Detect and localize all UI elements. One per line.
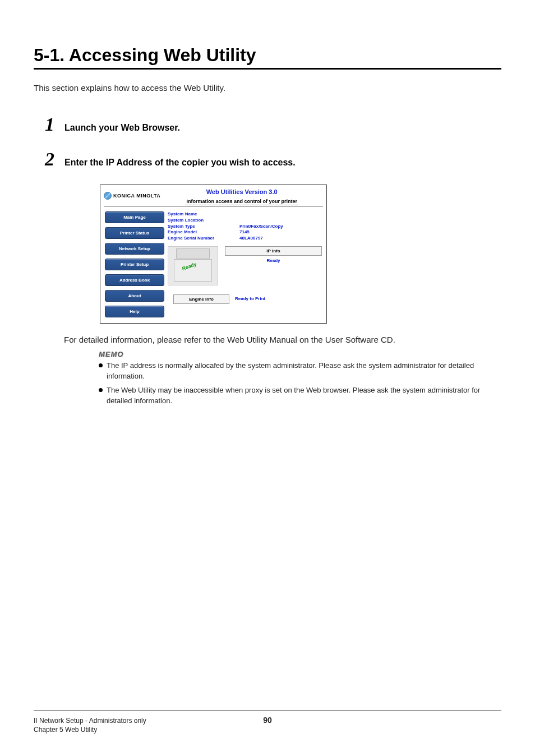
- step-text: Launch your Web Browser.: [64, 123, 180, 133]
- engine-info-value: Ready to Print: [235, 294, 265, 304]
- ip-info-button[interactable]: IP Info: [225, 246, 322, 256]
- engine-info-button[interactable]: Engine Info: [173, 294, 229, 304]
- sidebar-printer-status[interactable]: Printer Status: [105, 227, 164, 239]
- step-text: Enter the IP Address of the copier you w…: [64, 158, 296, 168]
- embedded-screenshot: KONICA MINOLTA Web Utilities Version 3.0…: [100, 185, 501, 324]
- footer-rule: [34, 711, 501, 711]
- page-footer: II Network Setup - Administrators only 9…: [34, 711, 501, 734]
- screenshot-header: KONICA MINOLTA Web Utilities Version 3.0…: [104, 188, 323, 207]
- memo-label: MEMO: [99, 350, 501, 358]
- info-label: System Location: [168, 218, 239, 224]
- info-value: Print/Fax/Scan/Copy: [239, 224, 283, 230]
- info-label: Engine Model: [168, 229, 239, 236]
- heading-rule: [34, 68, 501, 70]
- sidebar-about[interactable]: About: [105, 290, 164, 302]
- ready-status: Ready: [225, 258, 322, 263]
- step-1: 1 Launch your Web Browser.: [45, 115, 501, 134]
- sidebar-main-page[interactable]: Main Page: [105, 211, 164, 223]
- memo-item: The Web Utility may be inaccessible when…: [99, 385, 501, 407]
- info-row: System Location: [168, 218, 322, 224]
- intro-text: This section explains how to access the …: [34, 83, 501, 93]
- page-number: 90: [263, 716, 272, 725]
- info-label: System Name: [168, 211, 239, 218]
- step-number: 2: [45, 150, 54, 169]
- memo-list: The IP address is normally allocafed by …: [99, 361, 501, 406]
- info-row: Engine Model 7145: [168, 229, 322, 236]
- footer-section: II Network Setup - Administrators only: [34, 717, 263, 725]
- info-value: 40LA00797: [239, 236, 263, 242]
- memo-item: The IP address is normally allocafed by …: [99, 361, 501, 382]
- step-number: 1: [45, 115, 54, 134]
- sidebar: Main Page Printer Status Network Setup P…: [104, 209, 167, 320]
- detail-info-text: For detailed information, please refer t…: [64, 335, 501, 344]
- sidebar-network-setup[interactable]: Network Setup: [105, 243, 164, 255]
- sidebar-help[interactable]: Help: [105, 306, 164, 317]
- globe-icon: [104, 192, 112, 200]
- info-row: System Type Print/Fax/Scan/Copy: [168, 224, 322, 230]
- info-label: System Type: [168, 224, 239, 230]
- screenshot-main: System Name System Location System Type …: [167, 209, 323, 320]
- printer-image: Ready: [168, 246, 218, 285]
- konica-minolta-logo: KONICA MINOLTA: [104, 188, 160, 200]
- web-utilities-title: Web Utilities Version 3.0: [160, 188, 323, 195]
- footer-chapter: Chapter 5 Web Utility: [34, 726, 501, 734]
- page-title: 5-1. Accessing Web Utility: [34, 45, 501, 66]
- info-value: 7145: [239, 229, 250, 236]
- info-row: Engine Serial Number 40LA00797: [168, 236, 322, 242]
- info-label: Engine Serial Number: [168, 236, 239, 242]
- logo-text: KONICA MINOLTA: [113, 193, 160, 199]
- info-row: System Name: [168, 211, 322, 218]
- sidebar-printer-setup[interactable]: Printer Setup: [105, 259, 164, 270]
- web-utilities-subtitle: Information access and control of your p…: [185, 199, 298, 205]
- sidebar-address-book[interactable]: Address Book: [105, 274, 164, 286]
- step-2: 2 Enter the IP Address of the copier you…: [45, 150, 501, 169]
